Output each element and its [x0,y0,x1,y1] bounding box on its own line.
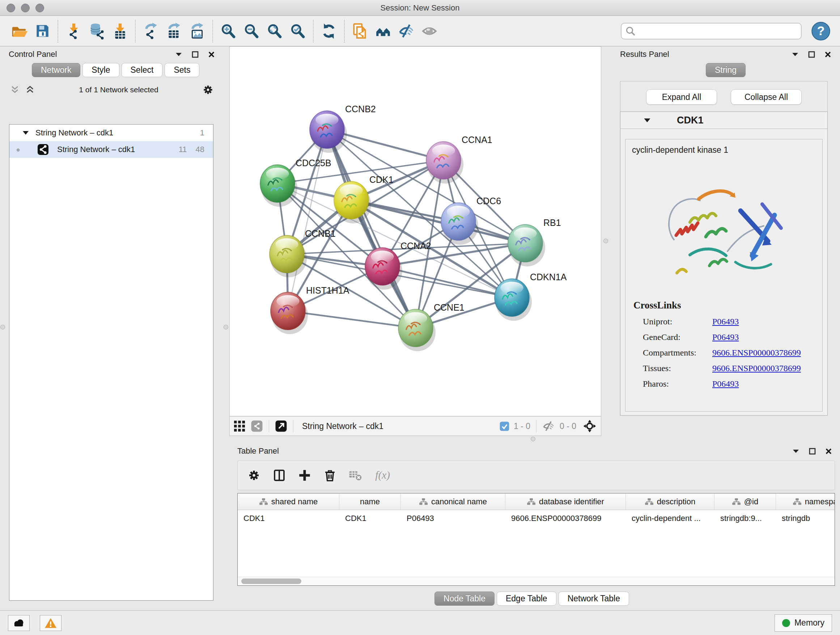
caret-down-icon[interactable] [22,130,29,135]
string-home-button[interactable] [373,21,393,42]
panel-menu-icon[interactable] [792,448,799,454]
column-header-namespace[interactable]: namespace [776,494,835,510]
crosslink-link[interactable]: P06493 [712,333,739,342]
panel-menu-icon[interactable] [175,52,182,57]
caret-down-icon[interactable] [644,118,651,123]
crosslink-link[interactable]: 9606.ENSP00000378699 [712,348,801,358]
table-horizontal-scrollbar[interactable] [238,577,835,585]
network-edge[interactable] [288,130,327,311]
warnings-button[interactable] [40,615,62,631]
network-node-CDC6[interactable]: CDC6 [441,196,501,245]
help-button[interactable]: ? [811,21,831,41]
network-share-icon[interactable] [251,420,263,432]
collapse-all-networks-icon[interactable] [9,85,20,95]
birdseye-view-icon[interactable] [583,419,597,433]
add-icon[interactable] [298,469,311,482]
expand-all-button[interactable]: Expand All [646,89,717,105]
close-window-button[interactable] [6,4,15,12]
trash-icon[interactable] [323,469,337,482]
column-header-database-identifier[interactable]: database identifier [505,494,626,510]
table-cell[interactable]: P06493 [401,510,505,527]
network-node-HIST1H1A[interactable]: HIST1H1A [271,285,349,334]
export-table-button[interactable] [164,21,184,42]
column-header-id[interactable]: @id [714,494,776,510]
network-options-gear-icon[interactable] [202,84,214,96]
column-header-description[interactable]: description [626,494,714,510]
panel-float-icon[interactable] [192,51,199,58]
splitter-handle[interactable] [0,325,5,329]
network-canvas[interactable]: CCNB2CCNA1CDC25BCDK1CDC6RB1CCNB1CCNA2CDK… [229,46,601,416]
copy-network-button[interactable] [350,21,370,42]
panel-float-icon[interactable] [808,51,815,58]
zoom-out-button[interactable] [242,21,261,42]
column-header-shared-name[interactable]: shared name [238,494,339,510]
columns-icon[interactable] [272,469,286,482]
save-session-button[interactable] [33,21,52,42]
crosslink-link[interactable]: 9606.ENSP00000378699 [712,363,801,373]
splitter-handle[interactable] [531,437,535,441]
tab-edge-table[interactable]: Edge Table [497,592,556,606]
open-in-new-window-icon[interactable] [275,420,287,432]
table-cell[interactable]: CDK1 [339,510,401,527]
table-row[interactable]: CDK1CDK1P064939606.ENSP00000378699cyclin… [238,510,835,527]
table-cell[interactable]: stringdb:9... [714,510,776,527]
zoom-selected-button[interactable] [288,21,308,42]
fx-icon[interactable]: f(x) [374,469,396,482]
scrollbar-thumb[interactable] [241,578,302,584]
memory-button[interactable]: Memory [775,614,832,632]
table-cell[interactable]: stringdb [776,510,835,527]
open-session-button[interactable] [9,21,29,42]
network-node-CDC25B[interactable]: CDC25B [260,158,332,207]
delete-table-icon[interactable] [348,469,362,482]
gear-icon[interactable] [247,469,261,482]
splitter-handle[interactable] [603,239,608,243]
tab-select[interactable]: Select [122,63,163,77]
refresh-button[interactable] [319,21,339,42]
panel-float-icon[interactable] [809,448,816,455]
network-graph[interactable]: CCNB2CCNA1CDC25BCDK1CDC6RB1CCNB1CCNA2CDK… [230,47,601,416]
tab-sets[interactable]: Sets [164,63,199,77]
panel-menu-icon[interactable] [791,52,799,57]
zoom-in-button[interactable] [218,21,238,42]
table-cell[interactable]: cyclin-dependent ... [626,510,714,527]
network-node-CDK1[interactable]: CDK1 [334,174,393,223]
panel-close-icon[interactable] [208,51,215,58]
minimize-window-button[interactable] [21,4,30,12]
selected-checkbox-icon[interactable] [500,421,509,431]
column-header-canonical-name[interactable]: canonical name [401,494,505,510]
splitter-handle[interactable] [224,325,228,329]
search-input[interactable] [636,24,797,39]
grid-view-icon[interactable] [234,421,245,432]
hidden-eye-icon[interactable] [542,421,555,432]
column-header-name[interactable]: name [339,494,401,510]
import-table-button[interactable] [110,21,129,42]
network-node-CDKN1A[interactable]: CDKN1A [494,272,567,321]
import-database-button[interactable] [87,21,106,42]
network-node-RB1[interactable]: RB1 [508,218,561,266]
table-cell[interactable]: CDK1 [238,510,339,527]
export-image-button[interactable] [187,21,207,42]
zoom-fit-button[interactable] [265,21,284,42]
export-network-button[interactable] [141,21,161,42]
import-network-button[interactable] [64,21,83,42]
crosslink-link[interactable]: P06493 [712,379,739,389]
tab-network[interactable]: Network [32,63,80,77]
network-row[interactable]: ● String Network – cdk1 11 48 [9,141,213,158]
zoom-window-button[interactable] [35,4,44,12]
network-edge[interactable] [351,200,525,243]
panel-close-icon[interactable] [825,448,832,455]
protein-section-header[interactable]: CDK1 [621,112,827,129]
tab-network-table[interactable]: Network Table [559,592,629,606]
tab-style[interactable]: Style [82,63,119,77]
network-collection-row[interactable]: String Network – cdk1 1 [9,125,213,141]
collapse-all-button[interactable]: Collapse All [731,89,802,105]
table-cell[interactable]: 9606.ENSP00000378699 [505,510,626,527]
hide-panel-button[interactable] [396,21,416,42]
cloud-button[interactable] [8,615,30,631]
crosslink-link[interactable]: P06493 [712,317,739,326]
expand-all-networks-icon[interactable] [25,85,35,95]
preview-button[interactable] [420,21,439,42]
panel-close-icon[interactable] [824,51,831,58]
tab-string[interactable]: String [706,63,745,77]
tab-node-table[interactable]: Node Table [434,592,494,606]
